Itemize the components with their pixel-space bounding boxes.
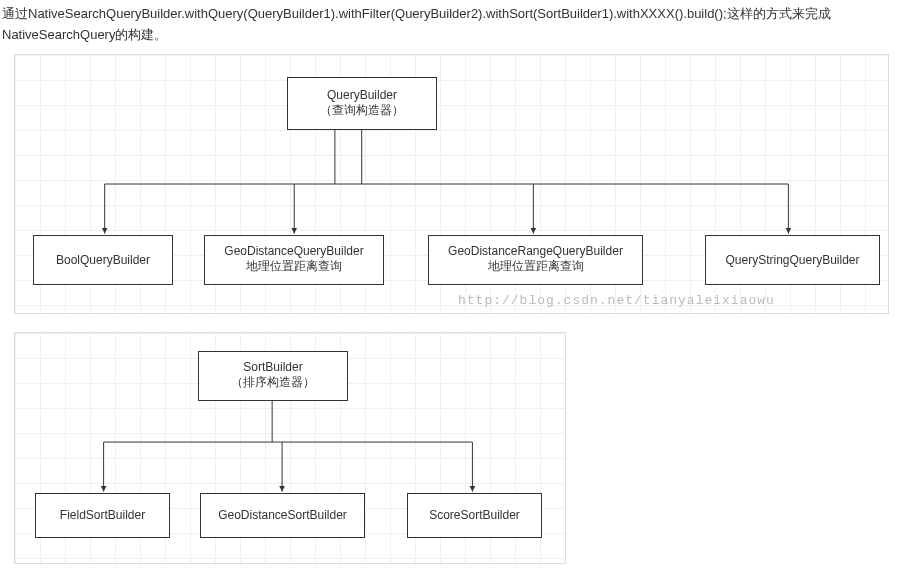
intro-text: 通过NativeSearchQueryBuilder.withQuery(Que… <box>0 0 903 54</box>
query-builder-diagram: QueryBuilder （查询构造器） BoolQueryBuilder Ge… <box>14 54 889 314</box>
child-node-querystring: QueryStringQueryBuilder <box>705 235 880 285</box>
child-title: BoolQueryBuilder <box>56 253 150 267</box>
child-title: GeoDistanceRangeQueryBuilder <box>448 244 623 258</box>
child-node-scoresort: ScoreSortBuilder <box>407 493 542 538</box>
child-title: GeoDistanceSortBuilder <box>218 508 347 522</box>
root-subtitle: （排序构造器） <box>231 374 315 391</box>
child-node-geodistrange: GeoDistanceRangeQueryBuilder 地理位置距离查询 <box>428 235 643 285</box>
child-title: FieldSortBuilder <box>60 508 145 522</box>
intro-line1: 通过NativeSearchQueryBuilder.withQuery(Que… <box>2 6 831 21</box>
child-title: GeoDistanceQueryBuilder <box>224 244 363 258</box>
root-title: SortBuilder <box>243 360 302 374</box>
root-node-querybuilder: QueryBuilder （查询构造器） <box>287 77 437 130</box>
child-node-geodist: GeoDistanceQueryBuilder 地理位置距离查询 <box>204 235 384 285</box>
child-subtitle: 地理位置距离查询 <box>246 258 342 275</box>
child-node-bool: BoolQueryBuilder <box>33 235 173 285</box>
intro-line2: NativeSearchQuery的构建。 <box>2 27 167 42</box>
child-subtitle: 地理位置距离查询 <box>488 258 584 275</box>
child-title: QueryStringQueryBuilder <box>725 253 859 267</box>
root-node-sortbuilder: SortBuilder （排序构造器） <box>198 351 348 401</box>
sort-builder-diagram: SortBuilder （排序构造器） FieldSortBuilder Geo… <box>14 332 566 564</box>
child-node-fieldsort: FieldSortBuilder <box>35 493 170 538</box>
root-subtitle: （查询构造器） <box>320 102 404 119</box>
root-title: QueryBuilder <box>327 88 397 102</box>
child-title: ScoreSortBuilder <box>429 508 520 522</box>
watermark-text: http://blog.csdn.net/tianyaleixiaowu <box>458 293 775 308</box>
child-node-geodistsort: GeoDistanceSortBuilder <box>200 493 365 538</box>
